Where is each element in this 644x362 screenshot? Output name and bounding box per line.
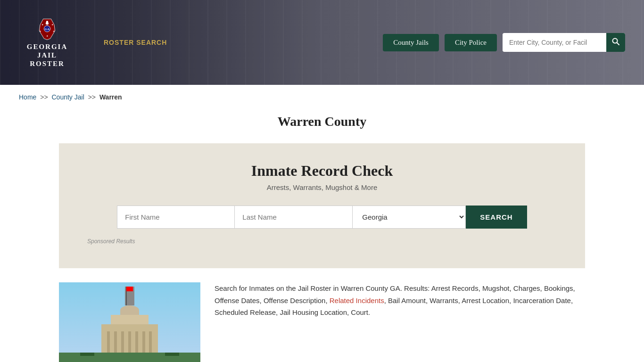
breadcrumb-sep1: >> <box>40 93 48 101</box>
logo-text-jail: JAIL <box>37 51 57 59</box>
record-check-subtitle: Arrests, Warrants, Mugshot & More <box>87 183 557 191</box>
courthouse-on-sky <box>92 287 167 353</box>
svg-line-10 <box>617 43 619 45</box>
last-name-input[interactable] <box>235 206 353 229</box>
first-name-input[interactable] <box>117 206 235 229</box>
courthouse-image <box>59 282 200 362</box>
breadcrumb: Home >> County Jail >> Warren <box>0 85 644 109</box>
search-icon <box>612 38 619 45</box>
breadcrumb-sep2: >> <box>88 93 96 101</box>
record-check-box: Inmate Record Check Arrests, Warrants, M… <box>59 143 585 268</box>
logo: GA ★ ★ ★ ★ ★ GEORGIA JAIL ROSTER <box>19 17 75 68</box>
roster-search-link[interactable]: ROSTER SEARCH <box>104 39 167 46</box>
breadcrumb-county-jail[interactable]: County Jail <box>52 93 84 101</box>
logo-text-georgia: GEORGIA <box>27 42 68 51</box>
header-nav: County Jails City Police <box>383 33 625 52</box>
logo-text-roster: ROSTER <box>30 59 65 68</box>
county-jails-button[interactable]: County Jails <box>383 34 439 51</box>
search-submit-button[interactable]: SEARCH <box>466 206 527 229</box>
georgia-state-icon: GA ★ ★ ★ ★ ★ <box>35 17 59 41</box>
breadcrumb-current: Warren <box>99 93 122 101</box>
search-form: AlabamaAlaskaArizonaArkansasCaliforniaCo… <box>87 206 557 229</box>
header-search-button[interactable] <box>606 33 625 52</box>
bottom-description: Search for Inmates on the Jail Roster in… <box>215 282 585 319</box>
related-incidents-link[interactable]: Related Incidents <box>330 296 384 304</box>
record-check-title: Inmate Record Check <box>87 162 557 180</box>
header-search-input[interactable] <box>503 34 606 51</box>
state-select[interactable]: AlabamaAlaskaArizonaArkansasCaliforniaCo… <box>353 206 466 229</box>
sponsored-label: Sponsored Results <box>87 238 557 245</box>
bottom-content: Search for Inmates on the Jail Roster in… <box>0 268 644 362</box>
svg-text:GA: GA <box>45 27 50 31</box>
header-search-bar <box>503 33 625 52</box>
page-title: Warren County <box>0 114 644 129</box>
breadcrumb-home[interactable]: Home <box>19 93 36 101</box>
header: GA ★ ★ ★ ★ ★ GEORGIA JAIL ROSTER ROSTER … <box>0 0 644 85</box>
city-police-button[interactable]: City Police <box>445 34 497 51</box>
